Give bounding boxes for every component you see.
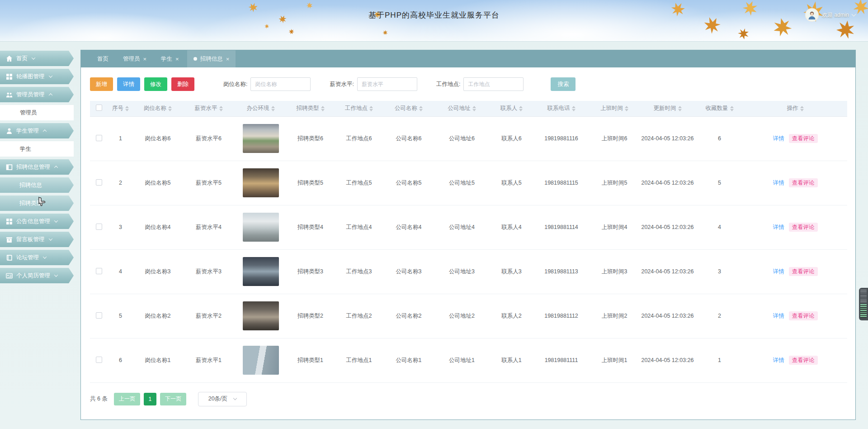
- row-checkbox[interactable]: [96, 224, 102, 230]
- tab-recruit-info[interactable]: 招聘信息×: [187, 50, 236, 67]
- sort-icon[interactable]: [219, 106, 223, 111]
- sidebar-item-admin-management[interactable]: 管理员管理: [0, 87, 74, 102]
- add-button[interactable]: 新增: [90, 77, 113, 91]
- sidebar-subitem-recruit-type[interactable]: 招聘类型: [0, 195, 74, 211]
- row-checkbox[interactable]: [96, 357, 102, 363]
- cell-contact: 联系人2: [490, 294, 533, 338]
- column-header[interactable]: 岗位名称: [133, 101, 183, 116]
- column-header[interactable]: 收藏数量: [696, 101, 743, 116]
- row-detail-link[interactable]: 详情: [773, 180, 784, 186]
- sidebar-subitem-label: 管理员: [20, 109, 37, 117]
- sidebar-subitem-student[interactable]: 学生: [0, 141, 74, 157]
- table-row: 3岗位名称4薪资水平4招聘类型4工作地点4公司名称4公司地址4联系人419819…: [90, 205, 847, 249]
- row-checkbox[interactable]: [96, 312, 102, 319]
- salary-level-input[interactable]: [357, 77, 417, 91]
- column-header[interactable]: 操作: [743, 101, 847, 116]
- row-detail-link[interactable]: 详情: [773, 268, 784, 275]
- column-header[interactable]: 更新时间: [639, 101, 696, 116]
- sort-icon[interactable]: [730, 106, 734, 111]
- row-detail-link[interactable]: 详情: [773, 313, 784, 319]
- select-all-checkbox[interactable]: [96, 105, 102, 111]
- column-header[interactable]: 工作地点: [334, 101, 384, 116]
- column-header[interactable]: 招聘类型: [287, 101, 334, 116]
- scrollbar-thumb[interactable]: [859, 288, 868, 320]
- sidebar-item-carousel-management[interactable]: 轮播图管理: [0, 69, 74, 84]
- row-detail-link[interactable]: 详情: [773, 224, 784, 230]
- delete-button[interactable]: 删除: [171, 77, 194, 91]
- column-header[interactable]: 薪资水平: [183, 101, 235, 116]
- active-tab-dot: [193, 57, 197, 61]
- close-icon[interactable]: ×: [143, 56, 147, 62]
- select-all-header: [90, 101, 108, 116]
- row-checkbox[interactable]: [96, 179, 102, 186]
- page-size-select[interactable]: 20条/页: [198, 392, 247, 406]
- column-header[interactable]: 联系电话: [533, 101, 590, 116]
- row-checkbox[interactable]: [96, 135, 102, 141]
- sort-icon[interactable]: [572, 106, 576, 111]
- sidebar-item-message-board-management[interactable]: 留言板管理: [0, 232, 74, 247]
- close-icon[interactable]: ×: [175, 56, 179, 62]
- pagination: 共 6 条 上一页 1 下一页 20条/页: [90, 392, 846, 406]
- column-header[interactable]: 公司名称: [384, 101, 434, 116]
- row-comments-link[interactable]: 查看评论: [789, 311, 818, 320]
- sort-icon[interactable]: [419, 106, 423, 111]
- sort-icon[interactable]: [472, 106, 476, 111]
- row-comments-link[interactable]: 查看评论: [789, 134, 818, 143]
- sort-icon[interactable]: [369, 106, 373, 111]
- cell-favorites: 2: [696, 294, 743, 338]
- sidebar-subitem-recruit-info[interactable]: 招聘信息: [0, 177, 74, 193]
- column-header[interactable]: 序号: [108, 101, 133, 116]
- row-checkbox[interactable]: [96, 268, 102, 274]
- sidebar-item-student-management[interactable]: 学生管理: [0, 123, 74, 138]
- sidebar-item-forum-management[interactable]: 论坛管理: [0, 250, 74, 265]
- search-button[interactable]: 搜索: [551, 77, 576, 91]
- work-location-input[interactable]: [463, 77, 524, 91]
- row-comments-link[interactable]: 查看评论: [789, 223, 818, 232]
- cell-address: 公司地址1: [434, 338, 490, 382]
- close-icon[interactable]: ×: [226, 56, 230, 62]
- sort-icon[interactable]: [125, 106, 129, 111]
- column-header-label: 上班时间: [600, 105, 623, 112]
- sort-icon[interactable]: [678, 106, 682, 111]
- sort-icon[interactable]: [800, 106, 804, 111]
- job-name-input[interactable]: [250, 77, 311, 91]
- row-detail-link[interactable]: 详情: [773, 357, 784, 363]
- tab-home[interactable]: 首页: [91, 50, 115, 67]
- sidebar-subitem-admin[interactable]: 管理员: [0, 105, 74, 120]
- column-header-label: 操作: [787, 105, 798, 112]
- sort-icon[interactable]: [271, 106, 275, 111]
- prev-page-button[interactable]: 上一页: [114, 393, 140, 405]
- row-comments-link[interactable]: 查看评论: [789, 267, 818, 276]
- sidebar-item-home[interactable]: 首页: [0, 51, 74, 66]
- user-menu[interactable]: 欢迎 admin: [805, 7, 855, 23]
- sort-icon[interactable]: [625, 106, 628, 111]
- column-header[interactable]: 联系人: [490, 101, 533, 116]
- sidebar-item-recruit-info-management[interactable]: 招聘信息管理: [0, 159, 74, 175]
- cell-type: 招聘类型5: [287, 161, 334, 205]
- current-page-button[interactable]: 1: [144, 393, 156, 405]
- cell-type: 招聘类型3: [287, 249, 334, 294]
- tab-student[interactable]: 学生×: [155, 50, 185, 67]
- sidebar-item-notice-management[interactable]: 公告信息管理: [0, 214, 74, 229]
- column-header[interactable]: 上班时间: [590, 101, 639, 116]
- column-header[interactable]: 办公环境: [235, 101, 287, 116]
- search-zone: 岗位名称:薪资水平:工作地点:: [223, 77, 542, 91]
- row-detail-link[interactable]: 详情: [773, 135, 784, 142]
- edit-button[interactable]: 修改: [144, 77, 167, 91]
- forum-icon: [6, 254, 13, 261]
- column-header-label: 办公环境: [247, 105, 269, 112]
- sort-icon[interactable]: [168, 106, 172, 111]
- detail-button[interactable]: 详情: [117, 77, 140, 91]
- column-header[interactable]: 公司地址: [434, 101, 490, 116]
- sort-icon[interactable]: [519, 106, 523, 111]
- cell-address: 公司地址3: [434, 249, 490, 294]
- next-page-button[interactable]: 下一页: [160, 393, 186, 405]
- cell-salary: 薪资水平3: [183, 249, 235, 294]
- row-comments-link[interactable]: 查看评论: [789, 178, 818, 187]
- sidebar-item-resume-management[interactable]: 个人简历管理: [0, 268, 74, 283]
- row-comments-link[interactable]: 查看评论: [789, 356, 818, 365]
- sort-icon[interactable]: [321, 106, 325, 111]
- cell-favorites: 5: [696, 161, 743, 205]
- cell-salary: 薪资水平2: [183, 294, 235, 338]
- tab-admin[interactable]: 管理员×: [117, 50, 153, 67]
